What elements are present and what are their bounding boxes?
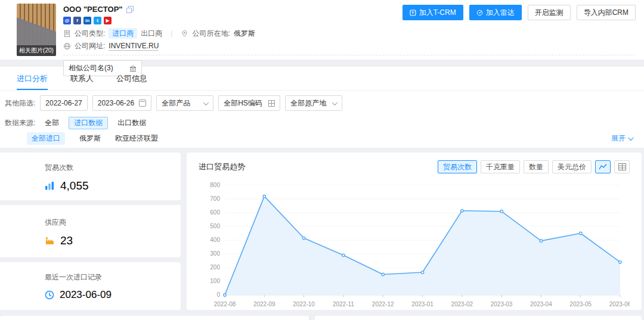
svg-text:600: 600 [210, 209, 220, 216]
company-header: 相关图片(20) OOO "PECTOP" @ f in t ▶ 公司类型: 进… [0, 0, 644, 60]
photo-count-label: 相关图片(20) [17, 45, 56, 56]
svg-text:500: 500 [210, 223, 220, 229]
data-source-row: 数据来源: 全部 进口数据 出口数据 [0, 117, 644, 129]
filter-row: 其他筛选: 2022-06-27 2023-06-26 全部产品 全部HS编码 … [0, 95, 644, 111]
svg-text:400: 400 [210, 237, 220, 243]
join-radar-button[interactable]: 加入雷达 [469, 5, 522, 20]
expand-link[interactable]: 展开 [611, 133, 632, 144]
date-start-input[interactable]: 2022-06-27 [40, 95, 87, 111]
data-source-sub-row: 全部进口 俄罗斯 欧亚经济联盟 展开 [0, 132, 644, 144]
import-crm-button[interactable]: 导入内部CRM [577, 5, 636, 20]
radar-icon [476, 10, 483, 16]
tab-contacts[interactable]: 联系人 [70, 67, 94, 90]
tab-company-info[interactable]: 公司信息 [116, 67, 147, 90]
source-all[interactable]: 全部 [45, 118, 59, 128]
trend-chart-card: 进口贸易趋势 贸易次数 千克重量 数量 美元总价 010020030040050… [187, 153, 642, 310]
svg-text:100: 100 [210, 278, 220, 284]
chart-metric-toggles: 贸易次数 千克重量 数量 美元总价 [438, 160, 630, 173]
location-icon [181, 30, 188, 38]
source-export-data[interactable]: 出口数据 [117, 118, 146, 128]
stats-column: 贸易次数 4,055 供应商 23 最近一次进口记录 [0, 153, 181, 310]
chevron-down-icon [332, 100, 338, 105]
toggle-usd-total[interactable]: 美元总价 [552, 160, 592, 173]
svg-text:2023-06: 2023-06 [609, 301, 630, 307]
toggle-kg-weight[interactable]: 千克重量 [481, 160, 520, 173]
svg-text:2023-05: 2023-05 [569, 301, 592, 307]
trade-count-value: 4,055 [60, 179, 89, 192]
divider [63, 55, 634, 55]
svg-text:2022-09: 2022-09 [253, 301, 275, 307]
website-label: 公司网址: [75, 41, 105, 51]
analysis-section: 进口分析 联系人 公司信息 其他筛选: 2022-06-27 2023-06-2… [0, 67, 644, 148]
main-content: 贸易次数 4,055 供应商 23 最近一次进口记录 [0, 153, 644, 310]
hs-grid-icon [268, 100, 275, 107]
building-icon [63, 30, 71, 38]
last-import-label: 最近一次进口记录 [45, 272, 181, 282]
svg-text:2022-10: 2022-10 [293, 301, 315, 307]
data-source-label: 数据来源: [5, 118, 35, 128]
copy-icon[interactable] [126, 6, 134, 13]
toggle-trade-count[interactable]: 贸易次数 [438, 160, 477, 173]
sub-source-eaeu[interactable]: 欧亚经济联盟 [115, 133, 158, 144]
svg-text:2023-01: 2023-01 [411, 301, 434, 307]
svg-text:2023-04: 2023-04 [530, 301, 552, 307]
website-link[interactable]: INVENTIVE.RU [109, 42, 159, 51]
chart-title: 进口贸易趋势 [199, 161, 245, 172]
chevron-down-icon [203, 100, 209, 105]
origin-select[interactable]: 全部原产地 [285, 95, 342, 111]
location-value: 俄罗斯 [234, 29, 255, 39]
exporter-tag: 出口商 [141, 29, 162, 39]
join-tcrm-button[interactable]: 加入T-CRM [402, 5, 463, 20]
supplier-value: 23 [60, 234, 73, 247]
calendar-icon [139, 100, 146, 107]
other-filter-label: 其他筛选: [5, 98, 35, 108]
supplier-label: 供应商 [45, 218, 181, 228]
youtube-icon[interactable]: ▶ [104, 17, 112, 24]
svg-text:2022-11: 2022-11 [333, 301, 354, 307]
website-social-icon[interactable]: @ [63, 17, 71, 24]
tab-import-analysis[interactable]: 进口分析 [17, 67, 48, 90]
supplier-card: 供应商 23 [0, 205, 181, 257]
company-photo[interactable]: 相关图片(20) [17, 4, 56, 56]
location-label: 公司所在地: [192, 29, 230, 39]
svg-text:2022-08: 2022-08 [214, 301, 236, 307]
bottom-left-card: 贸易次数 千克重量 数量 美元总价 [0, 316, 309, 320]
twitter-icon[interactable]: t [94, 17, 101, 24]
tcrm-icon [410, 10, 416, 16]
svg-text:300: 300 [210, 250, 220, 257]
last-import-value: 2023-06-09 [60, 289, 112, 301]
svg-text:700: 700 [210, 195, 220, 202]
sub-source-russia[interactable]: 俄罗斯 [79, 133, 101, 144]
trend-chart: 01002003004005006007008002022-082022-092… [199, 176, 630, 312]
bar-chart-icon [45, 181, 55, 191]
bottom-right-card: 贸易次数 千克重量 数量 美元总价 [315, 316, 642, 320]
toggle-quantity[interactable]: 数量 [524, 160, 549, 173]
line-chart-view-button[interactable] [595, 160, 611, 173]
trade-count-label: 贸易次数 [45, 163, 181, 173]
date-end-input[interactable]: 2023-06-26 [92, 95, 151, 111]
table-view-button[interactable] [614, 160, 630, 173]
svg-text:200: 200 [210, 264, 220, 271]
globe-icon [63, 42, 71, 50]
clock-icon [45, 290, 54, 300]
hs-code-select[interactable]: 全部HS编码 [218, 95, 280, 111]
start-monitor-button[interactable]: 开启监测 [528, 5, 571, 20]
company-type-label: 公司类型: [75, 29, 105, 39]
svg-text:0: 0 [216, 291, 220, 298]
svg-text:800: 800 [210, 182, 220, 188]
company-name: OOO "PECTOP" [63, 5, 123, 14]
header-actions: 加入T-CRM 加入雷达 开启监测 导入内部CRM [402, 5, 636, 20]
importer-tag: 进口商 [109, 28, 137, 39]
svg-text:2023-03: 2023-03 [491, 301, 513, 307]
factory-icon [45, 236, 55, 246]
last-import-card: 最近一次进口记录 2023-06-09 [0, 262, 181, 310]
facebook-icon[interactable]: f [73, 17, 81, 24]
product-select[interactable]: 全部产品 [156, 95, 213, 111]
chevron-down-icon [628, 135, 634, 141]
linkedin-icon[interactable]: in [83, 17, 91, 24]
bottom-row: 贸易次数 千克重量 数量 美元总价 贸易次数 千克重量 数量 美元总价 [0, 316, 644, 320]
trade-count-card: 贸易次数 4,055 [0, 153, 181, 200]
source-import-data[interactable]: 进口数据 [69, 117, 108, 129]
svg-text:2022-12: 2022-12 [372, 301, 394, 307]
sub-source-all-import[interactable]: 全部进口 [27, 132, 65, 145]
